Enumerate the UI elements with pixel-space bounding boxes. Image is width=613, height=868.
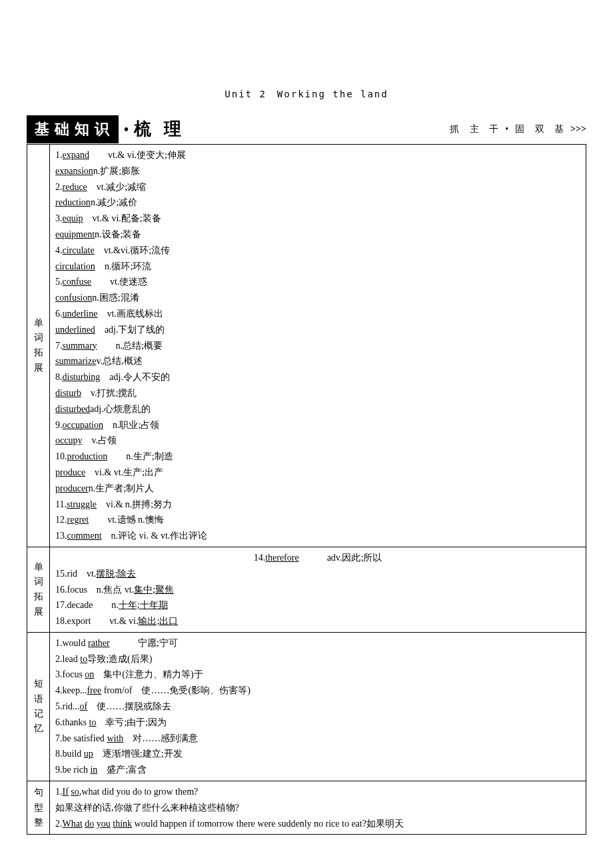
text-span: underlined bbox=[55, 325, 95, 335]
text-span: 输出;出口 bbox=[138, 616, 178, 626]
text-span: reduce bbox=[63, 182, 87, 192]
text-span: 使……摆脱或除去 bbox=[87, 701, 171, 711]
text-span: n.设备;装备 bbox=[95, 229, 141, 239]
content-line: 16.focus n.焦点 vt.集中;聚焦 bbox=[55, 582, 580, 598]
content-line: reductionn.减少;减价 bbox=[55, 195, 580, 211]
section-header: 基础知识 • 梳 理 抓 主 干 • 固 双 基 >>> bbox=[27, 115, 586, 145]
text-span: n.评论 vi. & vt.作出评论 bbox=[102, 531, 208, 541]
dot-separator-icon: • bbox=[505, 121, 512, 137]
text-span: circulation bbox=[55, 261, 95, 271]
unit-title: Unit 2 Working the land bbox=[27, 87, 586, 103]
text-span: n.生产;制造 bbox=[107, 451, 173, 461]
side-label-phrases: 短语记忆 bbox=[27, 633, 50, 781]
section-vocab-1: 单词拓展 1.expand vt.& vi.使变大;伸展expansionn.扩… bbox=[27, 144, 586, 547]
content-line: disturbedadj.心烦意乱的 bbox=[55, 401, 580, 417]
content-line: 8.disturbing adj.令人不安的 bbox=[55, 369, 580, 385]
text-span: 1.would bbox=[55, 638, 88, 648]
text-span: comment bbox=[67, 531, 102, 541]
content-line: 3.focus on 集中(注意力、精力等)于 bbox=[55, 667, 580, 683]
content-line: 4.circulate vt.&vi.循环;流传 bbox=[55, 243, 580, 259]
content-vocab-1: 1.expand vt.& vi.使变大;伸展expansionn.扩展;膨胀2… bbox=[50, 145, 586, 547]
text-span: 11. bbox=[55, 499, 67, 509]
side-label-vocab-1: 单词拓展 bbox=[27, 145, 50, 547]
content-phrases: 1.would rather 宁愿;宁可2.lead to导致;造成(后果)3.… bbox=[50, 633, 586, 781]
content-line: 5.rid...of 使……摆脱或除去 bbox=[55, 699, 580, 715]
text-span: vi.& vt.生产;出产 bbox=[85, 467, 163, 477]
content-vocab-2: 14.therefore adv.因此;所以15.rid vt.摆脱;除去16.… bbox=[50, 547, 586, 632]
text-span: summarize bbox=[55, 356, 96, 366]
text-span: 7.be satisfied bbox=[55, 733, 107, 743]
text-span: n.减少;减价 bbox=[91, 197, 137, 207]
content-line: 7.be satisfied with 对……感到满意 bbox=[55, 731, 580, 747]
content-line: 6.thanks to 幸亏;由于;因为 bbox=[55, 715, 580, 731]
content-line: summarizev.总结,概述 bbox=[55, 353, 580, 369]
text-span: 2. bbox=[55, 819, 63, 829]
text-span: 6. bbox=[55, 309, 63, 319]
text-span: n.困惑;混淆 bbox=[92, 293, 139, 303]
header-right-b: 固 双 基 bbox=[515, 121, 568, 137]
content-line: 如果这样的话,你做了些什么来种植这些植物? bbox=[55, 800, 580, 816]
text-span: v.打扰;搅乱 bbox=[81, 388, 137, 398]
text-span: to bbox=[80, 654, 87, 664]
text-span: If bbox=[63, 787, 69, 797]
text-span: 3. bbox=[55, 213, 63, 223]
text-span: 摆脱;除去 bbox=[96, 569, 136, 579]
content-line: producern.生产者;制片人 bbox=[55, 481, 580, 497]
text-span: reduction bbox=[55, 197, 91, 207]
content-line: 14.therefore adv.因此;所以 bbox=[55, 550, 580, 566]
header-right: 抓 主 干 • 固 双 基 >>> bbox=[450, 121, 586, 137]
text-span: 14. bbox=[254, 553, 266, 563]
text-span: therefore bbox=[265, 553, 299, 563]
text-span: vt.使迷惑 bbox=[91, 277, 147, 287]
text-span: vt.画底线标出 bbox=[97, 309, 163, 319]
content-line: occupy v.占领 bbox=[55, 433, 580, 449]
content-line: 13.comment n.评论 vi. & vt.作出评论 bbox=[55, 528, 580, 544]
text-span: 2. bbox=[55, 182, 63, 192]
text-span: confuse bbox=[63, 277, 92, 287]
text-span: 5. bbox=[55, 277, 63, 287]
text-span: expansion bbox=[55, 166, 93, 176]
text-span: with bbox=[107, 733, 123, 743]
text-span: 16.focus n.焦点 vt. bbox=[55, 585, 134, 595]
text-span: 幸亏;由于;因为 bbox=[96, 717, 167, 727]
text-span: produce bbox=[55, 467, 85, 477]
text-span: 2.lead bbox=[55, 654, 80, 664]
text-span: v.总结,概述 bbox=[96, 356, 142, 366]
text-span: n.总结;概要 bbox=[97, 341, 163, 351]
side-label-char: 句 bbox=[34, 785, 43, 800]
text-span: equip bbox=[63, 213, 83, 223]
text-span: vi.& n.拼搏;努力 bbox=[97, 499, 172, 509]
main-table: 单词拓展 1.expand vt.& vi.使变大;伸展expansionn.扩… bbox=[27, 144, 586, 835]
content-line: equipmentn.设备;装备 bbox=[55, 227, 580, 243]
content-line: 18.export vt.& vi.输出;出口 bbox=[55, 613, 580, 629]
text-span: expand bbox=[63, 150, 89, 160]
text-span: adj.心烦意乱的 bbox=[90, 404, 151, 414]
content-line: disturb v.打扰;搅乱 bbox=[55, 385, 580, 401]
text-span: n.扩展;膨胀 bbox=[93, 166, 140, 176]
text-span: so bbox=[71, 787, 79, 797]
text-span: disturb bbox=[55, 388, 81, 398]
header-right-a: 抓 主 干 bbox=[450, 121, 502, 137]
text-span: 逐渐增强;建立;开发 bbox=[93, 749, 183, 759]
text-span: 9.be rich bbox=[55, 765, 90, 775]
text-span: disturbed bbox=[55, 404, 90, 414]
content-line: underlined adj.下划了线的 bbox=[55, 322, 580, 338]
text-span: adj.令人不安的 bbox=[100, 372, 170, 382]
side-label-char: 展 bbox=[34, 605, 43, 619]
text-span: production bbox=[67, 451, 108, 461]
dot-separator-icon: • bbox=[124, 118, 129, 141]
side-label-char: 短 bbox=[34, 677, 43, 691]
text-span: vt.减少;减缩 bbox=[87, 182, 146, 192]
text-span: vt.& vi.配备;装备 bbox=[83, 213, 161, 223]
content-line: 1.would rather 宁愿;宁可 bbox=[55, 635, 580, 651]
content-line: 1.If so,what did you do to grow them? bbox=[55, 784, 580, 800]
text-span: to bbox=[89, 717, 97, 727]
side-label-char: 单 bbox=[34, 560, 43, 575]
chevron-right-icon: >>> bbox=[570, 121, 586, 137]
text-span: 3.focus bbox=[55, 669, 85, 679]
section-phrases: 短语记忆 1.would rather 宁愿;宁可2.lead to导致;造成(… bbox=[27, 632, 586, 781]
text-span: 15.rid vt. bbox=[55, 569, 96, 579]
header-title-cursive: 梳 理 bbox=[134, 115, 185, 144]
text-span: 1. bbox=[55, 150, 63, 160]
side-label-char: 型 bbox=[34, 801, 43, 815]
